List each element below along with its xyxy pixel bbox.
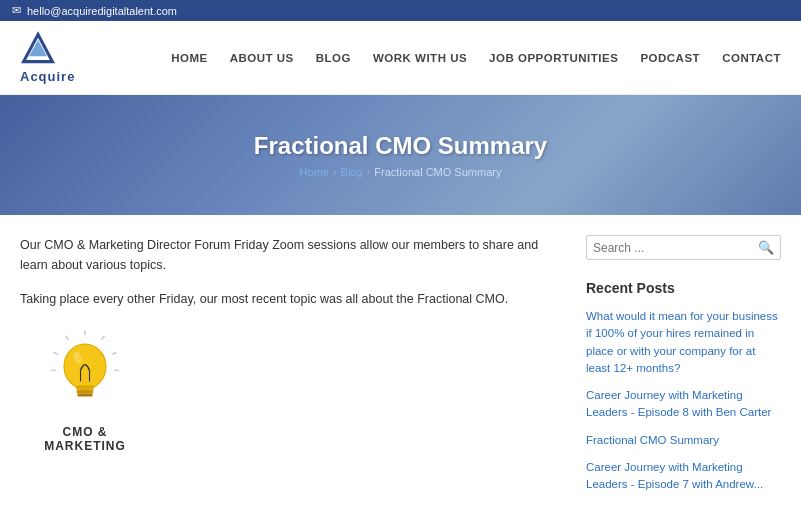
sidebar: 🔍 Recent Posts What would it mean for yo… (586, 235, 781, 503)
header: Acquire HOME ABOUT US BLOG WORK WITH US … (0, 21, 801, 95)
breadcrumb-blog[interactable]: Blog (341, 166, 363, 178)
svg-rect-11 (77, 390, 94, 394)
recent-post-4: Career Journey with Marketing Leaders - … (586, 459, 781, 494)
svg-rect-12 (78, 394, 93, 397)
breadcrumb-current: Fractional CMO Summary (374, 166, 501, 178)
article-content: Our CMO & Marketing Director Forum Frida… (20, 235, 556, 503)
recent-post-2: Career Journey with Marketing Leaders - … (586, 387, 781, 422)
search-input[interactable] (593, 241, 758, 255)
svg-line-4 (112, 352, 117, 354)
search-box: 🔍 (586, 235, 781, 260)
cmo-image-area: CMO & MARKETING (20, 329, 150, 453)
logo: Acquire (20, 31, 75, 84)
logo-icon (20, 31, 56, 67)
recent-post-link-1[interactable]: What would it mean for your business if … (586, 308, 781, 377)
nav-about[interactable]: ABOUT US (230, 52, 294, 64)
svg-line-5 (66, 336, 69, 340)
nav-podcast[interactable]: PODCAST (640, 52, 700, 64)
breadcrumb-separator-2: › (367, 166, 371, 178)
nav-work-with-us[interactable]: WORK WITH US (373, 52, 467, 64)
hero-title: Fractional CMO Summary (254, 132, 547, 160)
main-nav: HOME ABOUT US BLOG WORK WITH US JOB OPPO… (171, 52, 781, 64)
svg-line-6 (54, 352, 59, 354)
nav-job-opportunities[interactable]: JOB OPPORTUNITIES (489, 52, 618, 64)
search-icon[interactable]: 🔍 (758, 240, 774, 255)
top-bar-email: hello@acquiredigitaltalent.com (27, 5, 177, 17)
intro-paragraph: Our CMO & Marketing Director Forum Frida… (20, 235, 556, 275)
svg-line-3 (102, 336, 105, 340)
recent-post-link-2[interactable]: Career Journey with Marketing Leaders - … (586, 387, 781, 422)
recent-post-link-4[interactable]: Career Journey with Marketing Leaders - … (586, 459, 781, 494)
recent-post-1: What would it mean for your business if … (586, 308, 781, 377)
svg-point-9 (64, 344, 106, 389)
cmo-label: CMO & MARKETING (20, 425, 150, 453)
top-bar: ✉ hello@acquiredigitaltalent.com (0, 0, 801, 21)
hero-content: Fractional CMO Summary Home › Blog › Fra… (254, 132, 547, 178)
nav-blog[interactable]: BLOG (316, 52, 351, 64)
email-icon: ✉ (12, 4, 21, 17)
body-paragraph: Taking place every other Friday, our mos… (20, 289, 556, 309)
breadcrumb-home[interactable]: Home (300, 166, 329, 178)
logo-text: Acquire (20, 69, 75, 84)
nav-home[interactable]: HOME (171, 52, 208, 64)
nav-contact[interactable]: CONTACT (722, 52, 781, 64)
recent-post-link-3[interactable]: Fractional CMO Summary (586, 432, 781, 449)
breadcrumb-separator-1: › (333, 166, 337, 178)
breadcrumb: Home › Blog › Fractional CMO Summary (254, 166, 547, 178)
lightbulb-icon (40, 329, 130, 419)
hero-banner: Fractional CMO Summary Home › Blog › Fra… (0, 95, 801, 215)
main-content: Our CMO & Marketing Director Forum Frida… (0, 215, 801, 523)
svg-rect-10 (76, 385, 94, 390)
recent-post-3: Fractional CMO Summary (586, 432, 781, 449)
recent-posts-heading: Recent Posts (586, 280, 781, 296)
